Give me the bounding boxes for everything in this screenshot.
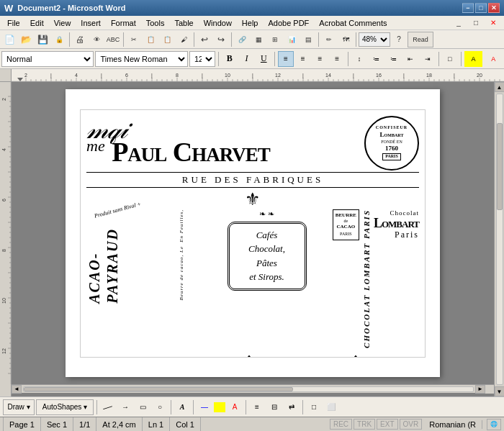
rect-tool-btn[interactable]: ▭ <box>135 399 150 415</box>
vertical-scrollbar[interactable]: ▲ ▼ <box>494 82 504 396</box>
decrease-indent-btn[interactable]: ⇤ <box>402 51 418 67</box>
drawing-btn[interactable]: ✏ <box>321 32 337 47</box>
dash-style-btn[interactable]: ⊟ <box>266 399 282 415</box>
italic-btn[interactable]: I <box>239 51 255 67</box>
copy-btn[interactable]: 📋 <box>143 32 158 47</box>
page-status: Page 1 <box>3 417 41 431</box>
window-restore-btn[interactable]: □ <box>468 15 484 31</box>
align-left-btn[interactable]: ≡ <box>278 51 294 67</box>
scroll-left-btn[interactable]: ◄ <box>12 385 22 394</box>
new-btn[interactable]: 📄 <box>1 32 17 47</box>
svg-text:4: 4 <box>1 148 6 151</box>
document-content: 𝓂𝓆𝒾 me Paul Charvet CONFISEUR Lo <box>80 109 426 358</box>
menu-view[interactable]: View <box>50 17 76 29</box>
font-color-small-btn[interactable]: A <box>227 399 243 415</box>
print-btn[interactable]: 🖨 <box>72 32 88 47</box>
autoshapes-button[interactable]: AutoShapes ▾ <box>36 399 94 415</box>
language-icon[interactable]: 🌐 <box>487 419 501 430</box>
menu-adobe[interactable]: Adobe PDF <box>264 17 313 29</box>
menu-help[interactable]: Help <box>238 17 263 29</box>
hyperlink-btn[interactable]: 🔗 <box>234 32 250 47</box>
insert-table-btn[interactable]: ⊞ <box>267 32 283 47</box>
cut-btn[interactable]: ✂ <box>126 32 142 47</box>
ovr-badge[interactable]: OVR <box>400 419 423 430</box>
small-text-col: En Feuilles, Beurre de cacao, Le <box>161 209 201 301</box>
docmap-btn[interactable]: 🗺 <box>338 32 354 47</box>
read-btn[interactable]: Read <box>408 32 433 47</box>
close-button[interactable]: ✕ <box>488 3 500 13</box>
menu-file[interactable]: File <box>3 17 24 29</box>
size-select[interactable]: 12 <box>189 51 215 67</box>
open-btn[interactable]: 📂 <box>18 32 34 47</box>
line-spacing-btn[interactable]: ↕ <box>351 51 367 67</box>
line-tool-btn[interactable]: ╱ <box>96 396 119 418</box>
document-scroll-area[interactable]: 𝓂𝓆𝒾 me Paul Charvet CONFISEUR Lo <box>12 82 494 396</box>
redo-btn[interactable]: ↪ <box>213 32 229 47</box>
menu-tools[interactable]: Tools <box>142 17 169 29</box>
highlight-btn[interactable]: A <box>464 51 483 67</box>
scroll-right-btn[interactable]: ► <box>475 385 485 394</box>
line-style-btn[interactable]: ≡ <box>249 399 265 415</box>
scroll-thumb-h[interactable] <box>24 387 293 391</box>
document-inner: 𝓂𝓆𝒾 me Paul Charvet CONFISEUR Lo <box>12 82 494 384</box>
preview-btn[interactable]: 👁 <box>89 32 104 47</box>
numbering-btn[interactable]: ≔ <box>369 51 384 67</box>
paste-btn[interactable]: 📋 <box>159 32 175 47</box>
scroll-thumb-v[interactable] <box>497 123 503 210</box>
spellcheck-btn[interactable]: ABC <box>105 32 121 47</box>
font-color-btn[interactable]: A <box>484 51 503 67</box>
outside-border-btn[interactable]: □ <box>442 51 458 67</box>
window-close-btn[interactable]: ✕ <box>485 15 501 31</box>
window-minimize-btn[interactable]: _ <box>451 15 467 31</box>
line-color-btn[interactable]: ― <box>197 399 212 415</box>
zoom-select[interactable]: 48%100%75% <box>359 32 390 47</box>
minimize-button[interactable]: − <box>462 3 474 13</box>
svg-text:10: 10 <box>225 73 230 78</box>
undo-btn[interactable]: ↩ <box>197 32 212 47</box>
arrow-style-btn[interactable]: ⇄ <box>284 399 300 415</box>
wordart-btn[interactable]: A <box>174 399 190 415</box>
trk-badge[interactable]: TRK <box>354 419 375 430</box>
shadow-btn[interactable]: □ <box>306 399 322 415</box>
scroll-up-btn[interactable]: ▲ <box>495 82 505 92</box>
font-select[interactable]: Times New Roman <box>95 51 187 67</box>
scroll-track-h[interactable] <box>23 386 474 392</box>
save-btn[interactable]: 💾 <box>35 32 50 47</box>
section-status: Sec 1 <box>41 417 73 431</box>
3d-btn[interactable]: ⬜ <box>323 399 339 415</box>
draw-button[interactable]: Draw ▾ <box>3 399 35 415</box>
underline-btn[interactable]: U <box>256 51 271 67</box>
align-right-btn[interactable]: ≡ <box>312 51 328 67</box>
style-select[interactable]: Normal <box>1 51 94 67</box>
permission-btn[interactable]: 🔒 <box>51 32 67 47</box>
align-center-btn[interactable]: ≡ <box>295 51 311 67</box>
scroll-track-v[interactable] <box>496 94 503 385</box>
columns-btn[interactable]: ▤ <box>300 32 316 47</box>
status-bar: Page 1 Sec 1 1/1 At 2,4 cm Ln 1 Col 1 RE… <box>0 417 504 431</box>
bullets-btn[interactable]: ≔ <box>386 51 402 67</box>
oval-tool-btn[interactable]: ○ <box>152 399 168 415</box>
fill-color-btn[interactable] <box>214 402 225 412</box>
menu-window[interactable]: Window <box>199 17 236 29</box>
menu-format[interactable]: Format <box>107 17 140 29</box>
menu-edit[interactable]: Edit <box>26 17 48 29</box>
menu-table[interactable]: Table <box>170 17 197 29</box>
help-btn[interactable]: ? <box>391 32 407 47</box>
menu-acrobat[interactable]: Acrobat Comments <box>315 17 391 29</box>
main-title-block: 𝓂𝓆𝒾 me Paul Charvet <box>86 116 361 166</box>
increase-indent-btn[interactable]: ⇥ <box>420 51 436 67</box>
bold-btn[interactable]: B <box>222 51 238 67</box>
insert-excel-btn[interactable]: 📊 <box>284 32 300 47</box>
arrow-tool-btn[interactable]: → <box>117 399 133 415</box>
horizontal-scrollbar[interactable]: ◄ ► <box>12 384 494 393</box>
align-justify-btn[interactable]: ≡ <box>329 51 345 67</box>
ext-badge[interactable]: EXT <box>377 419 397 430</box>
sep-fmt5 <box>461 52 462 66</box>
maximize-button[interactable]: □ <box>475 3 487 13</box>
title-bar: W Document2 - Microsoft Word − □ ✕ <box>0 0 504 16</box>
rec-badge[interactable]: REC <box>330 419 352 430</box>
scroll-down-btn[interactable]: ▼ <box>495 386 505 396</box>
table-btn[interactable]: ▦ <box>251 32 266 47</box>
format-painter-btn[interactable]: 🖌 <box>176 32 192 47</box>
menu-insert[interactable]: Insert <box>76 17 105 29</box>
